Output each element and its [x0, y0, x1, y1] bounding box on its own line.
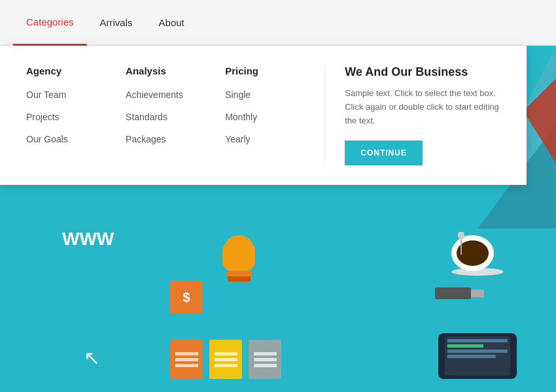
nav-label-arrivals: Arrivals — [100, 17, 133, 28]
doc-line-3 — [175, 364, 198, 367]
dropdown-panel: Agency Our Team Projects Our Goals Analy… — [0, 46, 527, 185]
device-bottom-right — [438, 333, 517, 379]
doc-line-9 — [254, 364, 277, 367]
dropdown-item-packages[interactable]: Packages — [126, 134, 212, 144]
www-text: WWW — [62, 229, 114, 250]
bulb-base2 — [228, 276, 251, 282]
doc-icon-gray — [249, 340, 281, 379]
doc-line-1 — [175, 352, 198, 355]
doc-line-7 — [254, 352, 277, 355]
nav-item-categories[interactable]: Categories — [13, 0, 87, 46]
lightbulb — [222, 235, 255, 282]
nav-item-about[interactable]: About — [146, 0, 198, 46]
usb-connector — [471, 289, 484, 297]
doc-icon-orange — [170, 340, 203, 379]
col-header-agency: Agency — [26, 65, 113, 76]
nav-item-arrivals[interactable]: Arrivals — [87, 0, 146, 46]
doc-icon-yellow — [209, 340, 242, 379]
dropdown-item-projects[interactable]: Projects — [26, 112, 113, 122]
dropdown-item-single[interactable]: Single — [225, 90, 311, 100]
dropdown-item-achievements[interactable]: Achievements — [126, 90, 212, 100]
promo-text: Sample text. Click to select the text bo… — [345, 87, 500, 127]
svg-point-4 — [458, 232, 464, 240]
doc-line-4 — [215, 352, 237, 355]
device-br-screen — [445, 336, 510, 376]
bulb-base1 — [226, 271, 252, 276]
dollar-box: $ — [170, 281, 203, 314]
col-header-pricing: Pricing — [225, 65, 311, 76]
navbar: Categories Arrivals About — [0, 0, 556, 46]
nav-label-about: About — [159, 17, 184, 28]
doc-line-5 — [215, 358, 237, 361]
usb-drive — [435, 287, 471, 299]
doc-line-6 — [215, 364, 237, 367]
dropdown-promo: We And Our Business Sample text. Click t… — [324, 65, 500, 165]
coffee-area — [451, 235, 504, 276]
dropdown-item-our-team[interactable]: Our Team — [26, 90, 113, 100]
coffee-cup — [451, 235, 494, 271]
spoon-icon — [455, 232, 468, 258]
continue-button[interactable]: CONTINUE — [345, 140, 423, 165]
dropdown-col-pricing: Pricing Single Monthly Yearly — [225, 65, 324, 165]
dropdown-item-monthly[interactable]: Monthly — [225, 112, 311, 122]
dropdown-item-standards[interactable]: Standards — [126, 112, 212, 122]
document-icons — [170, 340, 281, 379]
dropdown-item-our-goals[interactable]: Our Goals — [26, 134, 113, 144]
cursor-icon: ↖ — [84, 346, 100, 369]
doc-line-8 — [254, 358, 277, 361]
nav-label-categories: Categories — [26, 16, 74, 27]
doc-line-2 — [175, 358, 198, 361]
promo-title: We And Our Business — [345, 65, 500, 79]
dropdown-item-yearly[interactable]: Yearly — [225, 134, 311, 144]
usb-body — [435, 287, 471, 299]
dropdown-col-analysis: Analysis Achievements Standards Packages — [126, 65, 225, 165]
col-header-analysis: Analysis — [126, 65, 212, 76]
bulb-head — [222, 235, 255, 271]
dropdown-col-agency: Agency Our Team Projects Our Goals — [26, 65, 126, 165]
